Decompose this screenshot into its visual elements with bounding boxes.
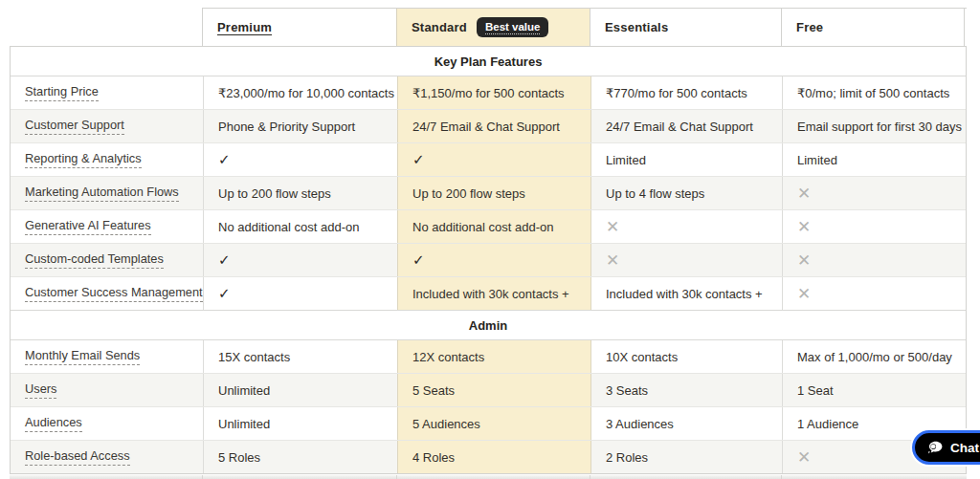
plan-header-row: Premium Standard Best value Essentials F… — [202, 8, 967, 46]
plan-header-premium[interactable]: Premium — [202, 9, 396, 46]
check-icon: ✓ — [412, 251, 425, 269]
value-cell-free: ✕ — [782, 244, 966, 276]
feature-label[interactable]: Monthly Email Sends — [25, 348, 140, 365]
value-text: ₹0/mo; limit of 500 contacts — [797, 86, 949, 100]
check-icon: ✓ — [412, 151, 425, 168]
value-cell-premium: ₹23,000/mo for 10,000 contacts — [203, 76, 397, 109]
feature-label[interactable]: Custom-coded Templates — [25, 251, 164, 269]
cross-icon: ✕ — [797, 447, 811, 468]
value-cell-standard: 24/7 Email & Chat Support — [397, 110, 590, 142]
cross-icon: ✕ — [797, 250, 811, 271]
value-text: ₹23,000/mo for 10,000 contacts — [218, 86, 394, 100]
feature-label-cell: Custom-coded Templates — [11, 244, 203, 276]
chat-bubbles-icon — [925, 439, 944, 457]
value-cell-essentials: Up to 4 flow steps — [590, 177, 782, 209]
value-cell-essentials: ✕ — [590, 210, 782, 243]
value-cell-free: Max of 1,000/mo or 500/day — [782, 340, 966, 373]
cross-icon: ✕ — [606, 250, 619, 271]
table-row: Custom-coded Templates✓✓✕✕ — [11, 243, 966, 276]
value-text: Unlimited — [218, 383, 270, 398]
value-cell-essentials: 24/7 Email & Chat Support — [590, 110, 782, 142]
value-cell-standard: ₹1,150/mo for 500 contacts — [397, 76, 590, 109]
value-text: 3 Seats — [606, 383, 648, 398]
value-text: 5 Audiences — [412, 417, 480, 431]
value-text: Limited — [797, 153, 837, 167]
feature-label[interactable]: Audiences — [25, 415, 82, 432]
value-text: 5 Roles — [218, 450, 260, 465]
value-cell-standard: 12X contacts — [397, 340, 590, 373]
value-text: Up to 4 flow steps — [606, 186, 704, 201]
value-cell-essentials: ₹770/mo for 500 contacts — [590, 76, 782, 109]
value-cell-standard: ✓ — [397, 143, 590, 176]
value-text: No additional cost add-on — [412, 220, 553, 234]
feature-label-cell: Marketing Automation Flows — [11, 177, 203, 209]
value-text: Up to 200 flow steps — [218, 186, 331, 201]
plan-name-premium[interactable]: Premium — [217, 20, 272, 34]
value-cell-premium: 5 Roles — [203, 441, 397, 473]
feature-label-cell: Role-based Access — [11, 441, 203, 473]
value-cell-free: Limited — [782, 143, 966, 176]
value-cell-standard: 4 Roles — [397, 441, 590, 473]
value-text: ₹1,150/mo for 500 contacts — [412, 86, 565, 100]
cross-icon: ✕ — [606, 217, 619, 237]
feature-label[interactable]: Users — [25, 381, 56, 399]
value-cell-premium: Up to 200 flow steps — [203, 177, 397, 209]
chat-label: Chat with us — [950, 441, 980, 455]
feature-label-cell: Audiences — [11, 407, 203, 440]
feature-label[interactable]: Generative AI Features — [25, 218, 151, 235]
value-text: 1 Seat — [797, 383, 834, 398]
feature-label[interactable]: Role-based Access — [25, 448, 130, 466]
value-cell-essentials: Included with 30k contacts + — [590, 277, 782, 310]
table-row: Monthly Email Sends15X contacts12X conta… — [11, 339, 966, 373]
value-cell-free: ✕ — [782, 177, 966, 209]
value-cell-free: Email support for first 30 days — [782, 110, 966, 142]
chat-widget-button[interactable]: Chat with us — [912, 430, 980, 465]
table-row: Marketing Automation FlowsUp to 200 flow… — [11, 176, 966, 209]
value-cell-standard: 5 Audiences — [397, 407, 590, 440]
check-icon: ✓ — [218, 151, 231, 168]
table-row: Customer SupportPhone & Priority Support… — [11, 109, 966, 142]
value-text: Email support for first 30 days — [797, 120, 962, 134]
value-text: Limited — [606, 153, 646, 167]
value-cell-standard: ✓ — [397, 244, 590, 276]
value-cell-free: 1 Seat — [782, 374, 966, 406]
feature-label[interactable]: Marketing Automation Flows — [25, 185, 179, 202]
best-value-badge: Best value — [477, 17, 549, 37]
feature-label-cell: Monthly Email Sends — [11, 340, 203, 373]
feature-label[interactable]: Reporting & Analytics — [25, 151, 142, 168]
value-text: 2 Roles — [606, 450, 648, 465]
cross-icon: ✕ — [797, 184, 811, 204]
value-cell-premium: ✓ — [203, 277, 397, 310]
feature-label[interactable]: Customer Support — [25, 118, 124, 135]
table-row: UsersUnlimited5 Seats3 Seats1 Seat — [11, 373, 966, 406]
plan-header-standard: Standard Best value — [396, 9, 590, 46]
cross-icon: ✕ — [797, 217, 811, 237]
value-text: 24/7 Email & Chat Support — [606, 120, 753, 134]
value-cell-standard: No additional cost add-on — [397, 210, 590, 243]
value-cell-premium: Phone & Priority Support — [203, 110, 397, 142]
table-row: Reporting & Analytics✓✓LimitedLimited — [11, 142, 966, 176]
value-cell-premium: ✓ — [203, 244, 397, 276]
comparison-table: Key Plan FeaturesStarting Price₹23,000/m… — [10, 46, 967, 474]
section-header-key-plan-features: Key Plan Features — [11, 47, 966, 76]
value-cell-free: ₹0/mo; limit of 500 contacts — [782, 76, 966, 109]
value-cell-standard: 5 Seats — [397, 374, 590, 406]
value-text: Included with 30k contacts + — [606, 287, 763, 301]
feature-label[interactable]: Starting Price — [25, 84, 99, 101]
plan-name-essentials: Essentials — [605, 20, 668, 34]
value-cell-essentials: 3 Audiences — [590, 407, 782, 440]
value-cell-premium: ✓ — [203, 143, 397, 176]
feature-label-cell: Reporting & Analytics — [11, 143, 203, 176]
value-cell-essentials: 2 Roles — [590, 441, 782, 473]
value-cell-free: ✕ — [782, 210, 966, 243]
feature-label[interactable]: Customer Success Management — [25, 285, 203, 302]
feature-label-cell: Starting Price — [11, 76, 203, 109]
table-row: Starting Price₹23,000/mo for 10,000 cont… — [11, 76, 966, 109]
value-cell-essentials: Limited — [590, 143, 782, 176]
value-cell-standard: Included with 30k contacts + — [397, 277, 590, 310]
value-text: 5 Seats — [412, 383, 455, 398]
plan-name-standard: Standard — [412, 20, 467, 34]
feature-label-cell: Customer Support — [11, 110, 203, 142]
table-row: Generative AI FeaturesNo additional cost… — [11, 209, 966, 243]
table-row: AudiencesUnlimited5 Audiences3 Audiences… — [11, 406, 966, 440]
